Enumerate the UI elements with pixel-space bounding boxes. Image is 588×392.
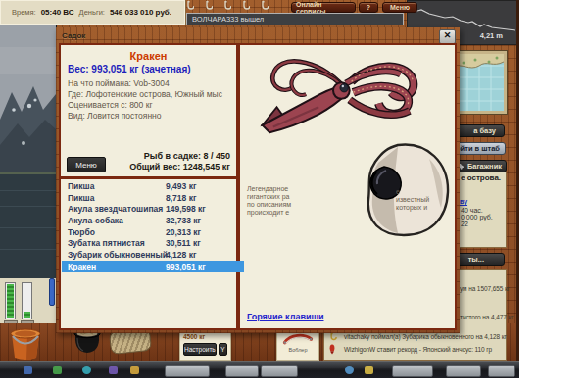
description-fragment-right: е известный которых и: [396, 188, 429, 212]
chat-message: vitachaky поймал(а) Зубарика обыкновенно…: [344, 333, 507, 340]
location-info-line: 40 час.: [461, 207, 483, 214]
keepnet-dialog: Садок ✕ Кракен Вес: 993,051 кг (зачетная…: [56, 27, 460, 333]
taskbar-window-button[interactable]: [165, 365, 210, 377]
energy-bar: [5, 282, 16, 319]
help-button[interactable]: ?: [359, 2, 378, 13]
scene-photo: [0, 25, 57, 278]
lure-label: Воблер: [289, 347, 308, 353]
window-edge: [516, 0, 519, 377]
hook-icon[interactable]: [221, 0, 231, 12]
fish-row-selected[interactable]: Кракен993,051 кг: [62, 261, 244, 272]
game-window: 4,21 m Время: 05:40 ВС Деньги: 546 033 0…: [0, 0, 519, 377]
location-info-line: 0 000 руб.: [461, 214, 493, 220]
configure-button[interactable]: Настроить: [183, 343, 217, 356]
dialog-titlebar[interactable]: Садок: [56, 27, 460, 43]
taskbar-window-button[interactable]: [446, 365, 481, 377]
taskbar-app-icon[interactable]: [365, 366, 373, 374]
fish-row[interactable]: Акула звездчатошипая149,598 кг: [62, 203, 244, 215]
lure-icon: [280, 331, 316, 347]
desktop: 4,21 m Время: 05:40 ВС Деньги: 546 033 0…: [0, 0, 588, 392]
taskbar-window-button[interactable]: [488, 365, 515, 377]
hook-icon[interactable]: [184, 0, 194, 12]
secondary-bar: [22, 282, 32, 319]
kraken-illustration: [248, 47, 444, 147]
list-divider: [61, 176, 236, 179]
taskbar-window-button[interactable]: [261, 365, 298, 377]
chat-status-message: ВОЛЧАРА333 вышел: [186, 13, 404, 25]
record-icon: [328, 344, 336, 355]
chat-line-fragment: ум на 1507,655 кг: [460, 285, 510, 292]
rod-handle[interactable]: [49, 278, 55, 306]
description-fragment-left: Легендарное гигантских ра по описаниям п…: [247, 185, 291, 217]
time-label: Время:: [12, 8, 36, 17]
taskbar-app-icon[interactable]: [53, 366, 62, 374]
total-weight: Общий вес: 1248,545 кг: [61, 162, 230, 172]
fish-detail: Где: Лофотенские острова, Южный мыс: [68, 89, 222, 99]
taskbar-window-button[interactable]: [225, 365, 259, 377]
filter-button[interactable]: Y: [219, 343, 227, 356]
rod-slots[interactable]: [184, 0, 282, 12]
fish-illustration-pane: Легендарное гигантских ра по описаниям п…: [240, 45, 455, 328]
fish-count: Рыб в садке: 8 / 450: [61, 151, 230, 161]
taskbar-app-icon[interactable]: [82, 366, 91, 374]
fish-row[interactable]: Пикша8,718 кг: [62, 192, 244, 204]
taskbar-app-icon[interactable]: [130, 366, 139, 374]
fish-row[interactable]: Акула-собака32,733 кг: [62, 215, 244, 226]
fish-weight-line: Вес: 993,051 кг (зачетная): [68, 64, 191, 74]
top-menu-button[interactable]: Меню: [382, 2, 417, 13]
fish-title: Кракен: [61, 50, 236, 62]
online-services-button[interactable]: Онлайн сервисы: [291, 2, 356, 13]
hotkeys-link[interactable]: Горячие клавиши: [247, 312, 323, 321]
location-title: е острова.: [461, 173, 501, 182]
taskbar-app-icon[interactable]: [109, 366, 118, 374]
fish-row[interactable]: Пикша9,493 кг: [62, 180, 244, 192]
dialog-content: Кракен Вес: 993,051 кг (зачетная) На что…: [59, 43, 457, 330]
hook-icon[interactable]: [259, 0, 269, 12]
fish-row[interactable]: Зубатка пятнистая30,511 кг: [62, 237, 244, 249]
catch-icon: [327, 332, 337, 342]
location-info-line: 22: [461, 220, 468, 227]
taskbar-app-icon[interactable]: [24, 366, 32, 374]
os-taskbar[interactable]: [0, 361, 519, 378]
money-label: Деньги:: [79, 8, 105, 17]
chat-line-fragment: тистого на 4,477 кг: [460, 314, 513, 320]
money-value: 546 033 010 руб.: [110, 8, 172, 17]
taskbar-window-button[interactable]: [392, 365, 433, 377]
status-panel: Время: 05:40 ВС Деньги: 546 033 010 руб.: [0, 0, 186, 25]
dialog-title: Садок: [62, 31, 85, 40]
hook-icon[interactable]: [203, 0, 213, 12]
bucket-icon[interactable]: [8, 324, 43, 362]
fish-list: Пикша9,493 кг Пикша8,718 кг Акула звездч…: [62, 180, 244, 272]
taskbar-app-icon[interactable]: [345, 366, 354, 374]
close-icon[interactable]: ✕: [439, 29, 456, 44]
hook-icon[interactable]: [240, 0, 250, 12]
fish-detail: На что поймана: Vob-3004: [68, 78, 170, 88]
fish-detail: Оценивается с: 800 кг: [68, 100, 153, 110]
keepnet-capacity: 4500 кг: [183, 333, 227, 340]
time-value: 05:40 ВС: [41, 8, 74, 17]
fish-row[interactable]: Зубарик обыкновенный4,128 кг: [62, 249, 244, 261]
fish-detail: Вид: Ловится постоянно: [68, 111, 162, 121]
depth-readout: 4,21 m: [480, 31, 503, 40]
fish-row[interactable]: Тюрбо20,313 кг: [62, 226, 244, 238]
location-link[interactable]: ву: [460, 198, 467, 205]
chat-message: WizhigonW ставит рекорд - Японский анчоу…: [344, 346, 492, 353]
